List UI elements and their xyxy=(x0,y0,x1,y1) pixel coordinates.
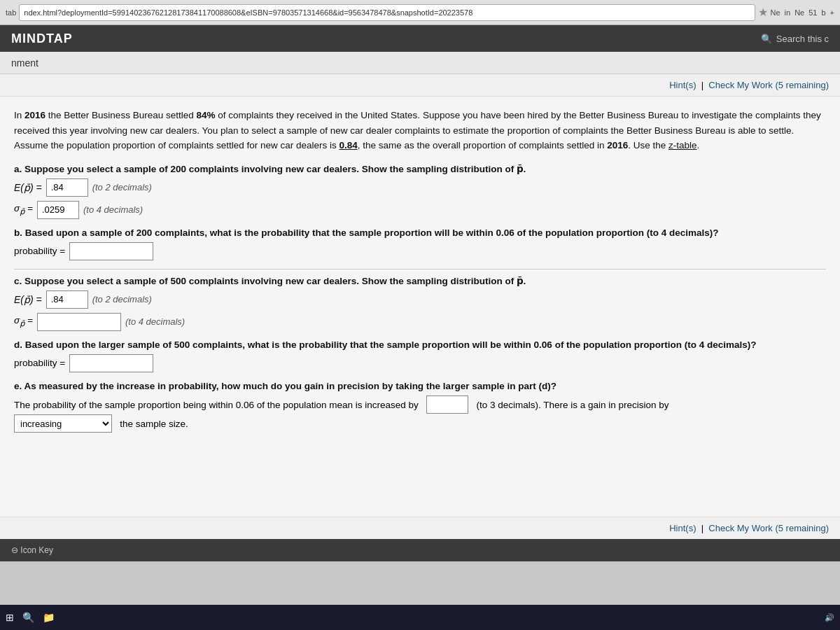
part-d-block: d. Based upon the larger sample of 500 c… xyxy=(14,340,826,372)
ep-c-note: (to 2 decimals) xyxy=(92,294,152,304)
breadcrumb: nment xyxy=(0,52,840,74)
ep-c-row: E(p̄) = (to 2 decimals) xyxy=(14,290,826,309)
problem-intro: In 2016 the Better Business Bureau settl… xyxy=(14,108,826,153)
part-b-label: b. Based upon a sample of 200 complaints… xyxy=(14,227,826,238)
address-text: ndex.html?deploymentId=59914023676212817… xyxy=(24,8,472,17)
sigma-input[interactable] xyxy=(37,201,79,219)
search-icon: 🔍 xyxy=(761,34,772,44)
star-icon[interactable]: ★ xyxy=(758,6,768,19)
part-a-label: a. Suppose you select a sample of 200 co… xyxy=(14,163,826,174)
intro-text: In 2016 the Better Business Bureau settl… xyxy=(14,110,821,150)
mindtap-header: MINDTAP 🔍 Search this c xyxy=(0,25,840,52)
hint-top-bar: Hint(s) | Check My Work (5 remaining) xyxy=(0,74,840,97)
ep-label: E(p̄) = xyxy=(14,182,42,193)
prob-d-input[interactable] xyxy=(69,354,153,372)
part-e-increase-input[interactable] xyxy=(426,396,468,414)
prob-b-label: probability = xyxy=(14,246,65,256)
mindtap-logo: MINDTAP xyxy=(11,31,73,46)
sigma-c-label: σp̄ = xyxy=(14,315,33,328)
sigma-c-note: (to 4 decimals) xyxy=(125,316,185,327)
sigma-note: (to 4 decimals) xyxy=(83,204,143,215)
part-e-note: (to 3 decimals). There is a gain in prec… xyxy=(476,400,668,410)
sigma-row: σp̄ = (to 4 decimals) xyxy=(14,201,826,219)
ep-note: (to 2 decimals) xyxy=(92,182,152,192)
ep-row: E(p̄) = (to 2 decimals) xyxy=(14,178,826,197)
prob-b-row: probability = xyxy=(14,242,826,260)
prob-d-label: probability = xyxy=(14,358,65,368)
part-e-text2: the sample size. xyxy=(120,419,188,429)
part-c-label: c. Suppose you select a sample of 500 co… xyxy=(14,275,826,286)
tab-icon: tab xyxy=(6,8,16,17)
footer-bar: ⊖ Icon Key xyxy=(0,539,840,561)
ep-c-input[interactable] xyxy=(46,290,88,309)
increasing-dropdown[interactable]: increasing decreasing xyxy=(14,414,112,433)
prob-d-row: probability = xyxy=(14,354,826,372)
sigma-c-input[interactable] xyxy=(37,313,121,331)
part-b-block: b. Based upon a sample of 200 complaints… xyxy=(14,227,826,260)
ep-input[interactable] xyxy=(46,178,88,197)
hint-bottom-link[interactable]: Hint(s) xyxy=(669,523,696,533)
footer-icon: ⊖ xyxy=(11,545,18,555)
part-c-block: c. Suppose you select a sample of 500 co… xyxy=(14,275,826,331)
hint-top-link[interactable]: Hint(s) xyxy=(669,80,696,90)
breadcrumb-text: nment xyxy=(11,57,38,69)
icon-key-label: Icon Key xyxy=(20,545,53,555)
search-label: Search this c xyxy=(776,34,829,44)
browser-nav-icons: Ne in Ne 51 b + xyxy=(771,8,835,17)
divider-1 xyxy=(14,269,826,270)
part-d-label: d. Based upon the larger sample of 500 c… xyxy=(14,340,826,350)
check-my-work-top-link[interactable]: Check My Work (5 remaining) xyxy=(708,80,829,90)
prob-b-input[interactable] xyxy=(69,242,153,260)
part-e-label: e. As measured by the increase in probab… xyxy=(14,381,826,391)
hint-bottom-bar: Hint(s) | Check My Work (5 remaining) xyxy=(0,517,840,539)
ep-c-label: E(p̄) = xyxy=(14,294,42,305)
part-e-block: e. As measured by the increase in probab… xyxy=(14,381,826,433)
search-area[interactable]: 🔍 Search this c xyxy=(761,34,829,44)
browser-bar: tab ndex.html?deploymentId=5991402367621… xyxy=(0,0,840,25)
address-bar[interactable]: ndex.html?deploymentId=59914023676212817… xyxy=(19,4,755,21)
check-my-work-bottom-link[interactable]: Check My Work (5 remaining) xyxy=(708,523,829,533)
part-e-text1: The probability of the sample proportion… xyxy=(14,400,419,410)
main-content: In 2016 the Better Business Bureau settl… xyxy=(0,97,840,517)
sigma-label: σp̄ = xyxy=(14,203,33,216)
part-e-content: The probability of the sample proportion… xyxy=(14,396,826,433)
sigma-c-row: σp̄ = (to 4 decimals) xyxy=(14,313,826,331)
part-a-block: a. Suppose you select a sample of 200 co… xyxy=(14,163,826,219)
